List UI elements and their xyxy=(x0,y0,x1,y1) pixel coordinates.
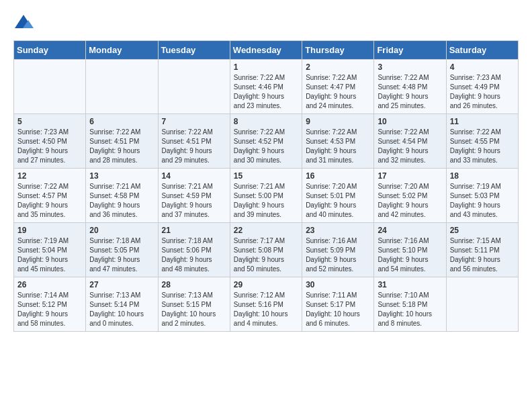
day-number: 1 xyxy=(234,62,298,72)
calendar-cell: 17Sunrise: 7:20 AM Sunset: 5:02 PM Dayli… xyxy=(374,169,446,223)
calendar-cell: 22Sunrise: 7:17 AM Sunset: 5:08 PM Dayli… xyxy=(230,223,302,277)
calendar-cell: 12Sunrise: 7:22 AM Sunset: 4:57 PM Dayli… xyxy=(14,169,86,223)
calendar-cell: 21Sunrise: 7:18 AM Sunset: 5:06 PM Dayli… xyxy=(158,223,230,277)
calendar-cell: 1Sunrise: 7:22 AM Sunset: 4:46 PM Daylig… xyxy=(230,60,302,114)
week-row-1: 1Sunrise: 7:22 AM Sunset: 4:46 PM Daylig… xyxy=(14,60,519,114)
day-info: Sunrise: 7:23 AM Sunset: 4:50 PM Dayligh… xyxy=(17,128,82,165)
week-row-2: 5Sunrise: 7:23 AM Sunset: 4:50 PM Daylig… xyxy=(14,114,519,169)
calendar-cell: 30Sunrise: 7:11 AM Sunset: 5:17 PM Dayli… xyxy=(302,277,374,332)
day-info: Sunrise: 7:21 AM Sunset: 5:00 PM Dayligh… xyxy=(234,182,298,220)
day-number: 3 xyxy=(378,62,442,72)
day-info: Sunrise: 7:22 AM Sunset: 4:52 PM Dayligh… xyxy=(234,128,298,165)
calendar-cell: 29Sunrise: 7:12 AM Sunset: 5:16 PM Dayli… xyxy=(230,277,302,332)
calendar-cell: 23Sunrise: 7:16 AM Sunset: 5:09 PM Dayli… xyxy=(302,223,374,277)
calendar-cell: 11Sunrise: 7:22 AM Sunset: 4:55 PM Dayli… xyxy=(446,114,518,169)
week-row-3: 12Sunrise: 7:22 AM Sunset: 4:57 PM Dayli… xyxy=(14,169,519,223)
header-cell-monday: Monday xyxy=(86,41,158,60)
day-number: 5 xyxy=(17,117,82,126)
day-info: Sunrise: 7:12 AM Sunset: 5:16 PM Dayligh… xyxy=(234,291,298,328)
header-cell-friday: Friday xyxy=(374,41,446,60)
header-cell-wednesday: Wednesday xyxy=(230,41,302,60)
calendar-cell: 5Sunrise: 7:23 AM Sunset: 4:50 PM Daylig… xyxy=(14,114,86,169)
day-info: Sunrise: 7:22 AM Sunset: 4:55 PM Dayligh… xyxy=(450,128,515,165)
header-cell-sunday: Sunday xyxy=(14,41,86,60)
calendar-cell: 2Sunrise: 7:22 AM Sunset: 4:47 PM Daylig… xyxy=(302,60,374,114)
day-info: Sunrise: 7:22 AM Sunset: 4:57 PM Dayligh… xyxy=(17,182,82,220)
calendar-cell: 19Sunrise: 7:19 AM Sunset: 5:04 PM Dayli… xyxy=(14,223,86,277)
logo-icon xyxy=(13,13,34,34)
calendar-header: SundayMondayTuesdayWednesdayThursdayFrid… xyxy=(14,41,519,60)
day-info: Sunrise: 7:10 AM Sunset: 5:18 PM Dayligh… xyxy=(378,291,442,328)
day-number: 25 xyxy=(450,226,515,235)
calendar-cell: 18Sunrise: 7:19 AM Sunset: 5:03 PM Dayli… xyxy=(446,169,518,223)
day-info: Sunrise: 7:13 AM Sunset: 5:15 PM Dayligh… xyxy=(162,291,226,328)
header-cell-tuesday: Tuesday xyxy=(158,41,230,60)
day-number: 2 xyxy=(306,62,370,72)
day-info: Sunrise: 7:23 AM Sunset: 4:49 PM Dayligh… xyxy=(450,73,515,111)
calendar-cell xyxy=(158,60,230,114)
day-info: Sunrise: 7:22 AM Sunset: 4:51 PM Dayligh… xyxy=(89,128,154,165)
day-number: 31 xyxy=(378,280,442,289)
calendar-cell: 31Sunrise: 7:10 AM Sunset: 5:18 PM Dayli… xyxy=(374,277,446,332)
week-row-4: 19Sunrise: 7:19 AM Sunset: 5:04 PM Dayli… xyxy=(14,223,519,277)
day-number: 28 xyxy=(162,280,226,289)
day-info: Sunrise: 7:16 AM Sunset: 5:10 PM Dayligh… xyxy=(378,236,442,274)
day-number: 12 xyxy=(17,171,82,181)
day-number: 10 xyxy=(378,117,442,126)
day-info: Sunrise: 7:16 AM Sunset: 5:09 PM Dayligh… xyxy=(306,236,370,274)
day-number: 30 xyxy=(306,280,370,289)
day-info: Sunrise: 7:18 AM Sunset: 5:05 PM Dayligh… xyxy=(89,236,154,274)
calendar-cell xyxy=(14,60,86,114)
day-number: 9 xyxy=(306,117,370,126)
day-number: 8 xyxy=(234,117,298,126)
day-number: 16 xyxy=(306,171,370,181)
header-cell-thursday: Thursday xyxy=(302,41,374,60)
calendar-body: 1Sunrise: 7:22 AM Sunset: 4:46 PM Daylig… xyxy=(14,60,519,332)
calendar-cell: 16Sunrise: 7:20 AM Sunset: 5:01 PM Dayli… xyxy=(302,169,374,223)
page-header xyxy=(13,13,519,34)
calendar-cell: 10Sunrise: 7:22 AM Sunset: 4:54 PM Dayli… xyxy=(374,114,446,169)
day-number: 24 xyxy=(378,226,442,235)
calendar-cell: 13Sunrise: 7:21 AM Sunset: 4:58 PM Dayli… xyxy=(86,169,158,223)
day-number: 26 xyxy=(17,280,82,289)
day-info: Sunrise: 7:19 AM Sunset: 5:03 PM Dayligh… xyxy=(450,182,515,220)
calendar-cell xyxy=(446,277,518,332)
calendar-cell: 20Sunrise: 7:18 AM Sunset: 5:05 PM Dayli… xyxy=(86,223,158,277)
day-number: 7 xyxy=(162,117,226,126)
day-number: 21 xyxy=(162,226,226,235)
calendar-cell: 9Sunrise: 7:22 AM Sunset: 4:53 PM Daylig… xyxy=(302,114,374,169)
calendar-cell: 27Sunrise: 7:13 AM Sunset: 5:14 PM Dayli… xyxy=(86,277,158,332)
calendar-cell: 4Sunrise: 7:23 AM Sunset: 4:49 PM Daylig… xyxy=(446,60,518,114)
calendar-table: SundayMondayTuesdayWednesdayThursdayFrid… xyxy=(13,40,519,332)
day-number: 6 xyxy=(89,117,154,126)
calendar-cell: 14Sunrise: 7:21 AM Sunset: 4:59 PM Dayli… xyxy=(158,169,230,223)
day-number: 27 xyxy=(89,280,154,289)
day-info: Sunrise: 7:20 AM Sunset: 5:02 PM Dayligh… xyxy=(378,182,442,220)
day-info: Sunrise: 7:18 AM Sunset: 5:06 PM Dayligh… xyxy=(162,236,226,274)
day-info: Sunrise: 7:22 AM Sunset: 4:47 PM Dayligh… xyxy=(306,73,370,111)
day-info: Sunrise: 7:15 AM Sunset: 5:11 PM Dayligh… xyxy=(450,236,515,274)
calendar-cell: 7Sunrise: 7:22 AM Sunset: 4:51 PM Daylig… xyxy=(158,114,230,169)
calendar-cell: 15Sunrise: 7:21 AM Sunset: 5:00 PM Dayli… xyxy=(230,169,302,223)
day-number: 23 xyxy=(306,226,370,235)
calendar-cell: 8Sunrise: 7:22 AM Sunset: 4:52 PM Daylig… xyxy=(230,114,302,169)
day-info: Sunrise: 7:20 AM Sunset: 5:01 PM Dayligh… xyxy=(306,182,370,220)
header-cell-saturday: Saturday xyxy=(446,41,518,60)
calendar-cell: 6Sunrise: 7:22 AM Sunset: 4:51 PM Daylig… xyxy=(86,114,158,169)
day-number: 4 xyxy=(450,62,515,72)
day-number: 29 xyxy=(234,280,298,289)
day-info: Sunrise: 7:22 AM Sunset: 4:48 PM Dayligh… xyxy=(378,73,442,111)
day-info: Sunrise: 7:17 AM Sunset: 5:08 PM Dayligh… xyxy=(234,236,298,274)
day-info: Sunrise: 7:22 AM Sunset: 4:53 PM Dayligh… xyxy=(306,128,370,165)
day-number: 20 xyxy=(89,226,154,235)
day-info: Sunrise: 7:11 AM Sunset: 5:17 PM Dayligh… xyxy=(306,291,370,328)
logo xyxy=(13,13,36,34)
calendar-cell: 25Sunrise: 7:15 AM Sunset: 5:11 PM Dayli… xyxy=(446,223,518,277)
day-number: 22 xyxy=(234,226,298,235)
week-row-5: 26Sunrise: 7:14 AM Sunset: 5:12 PM Dayli… xyxy=(14,277,519,332)
calendar-cell xyxy=(86,60,158,114)
day-info: Sunrise: 7:13 AM Sunset: 5:14 PM Dayligh… xyxy=(89,291,154,328)
day-number: 17 xyxy=(378,171,442,181)
calendar-cell: 3Sunrise: 7:22 AM Sunset: 4:48 PM Daylig… xyxy=(374,60,446,114)
day-number: 19 xyxy=(17,226,82,235)
